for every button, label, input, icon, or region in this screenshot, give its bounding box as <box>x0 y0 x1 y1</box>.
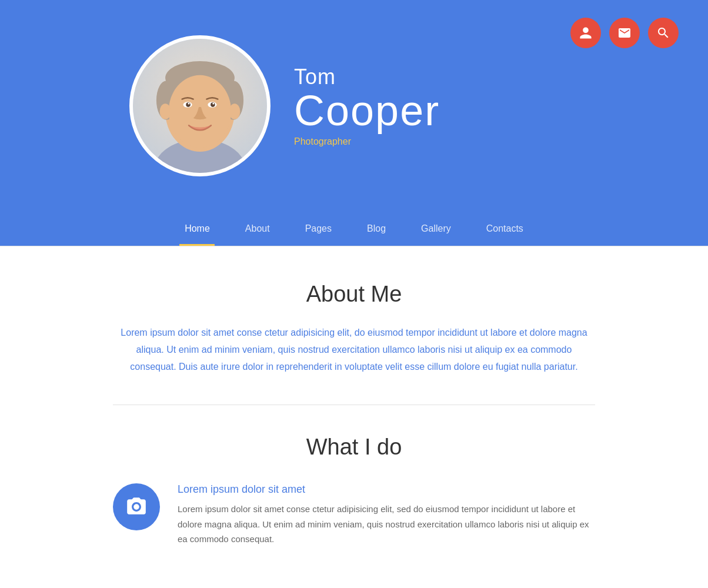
wid-item-text: Lorem ipsum dolor sit amet conse ctetur … <box>178 502 595 547</box>
nav-item-about[interactable]: About <box>228 212 288 246</box>
what-i-do-content: Lorem ipsum dolor sit amet Lorem ipsum d… <box>178 483 595 547</box>
profile-first-name: Tom <box>294 65 440 89</box>
nav-item-blog[interactable]: Blog <box>349 212 403 246</box>
svg-point-13 <box>188 103 190 105</box>
camera-icon <box>113 483 160 530</box>
profile-last-name: Cooper <box>294 89 440 132</box>
nav-item-gallery[interactable]: Gallery <box>403 212 469 246</box>
about-me-text: Lorem ipsum dolor sit amet conse ctetur … <box>113 325 595 375</box>
what-i-do-item: Lorem ipsum dolor sit amet Lorem ipsum d… <box>113 483 595 547</box>
main-content: About Me Lorem ipsum dolor sit amet cons… <box>89 246 619 588</box>
header-icons <box>570 18 679 48</box>
mail-button[interactable] <box>609 18 640 48</box>
nav-item-contacts[interactable]: Contacts <box>469 212 541 246</box>
nav-item-pages[interactable]: Pages <box>288 212 349 246</box>
what-i-do-title: What I do <box>113 435 595 460</box>
section-divider <box>113 405 595 405</box>
person-button[interactable] <box>570 18 601 48</box>
profile-info: Tom Cooper Photographer <box>294 65 440 147</box>
svg-point-14 <box>212 103 214 105</box>
nav-item-home[interactable]: Home <box>167 212 228 246</box>
wid-item-title: Lorem ipsum dolor sit amet <box>178 483 595 496</box>
profile-area: Tom Cooper Photographer <box>35 24 673 212</box>
search-button[interactable] <box>648 18 679 48</box>
header: Tom Cooper Photographer Home About Pages… <box>0 0 708 246</box>
svg-point-15 <box>160 103 171 119</box>
navigation: Home About Pages Blog Gallery Contacts <box>35 212 673 246</box>
svg-point-16 <box>229 103 240 119</box>
what-i-do-section: What I do Lorem ipsum dolor sit amet Lor… <box>113 435 595 547</box>
profile-title: Photographer <box>294 136 440 147</box>
about-me-section: About Me Lorem ipsum dolor sit amet cons… <box>113 282 595 375</box>
avatar <box>129 35 270 176</box>
about-me-title: About Me <box>113 282 595 307</box>
